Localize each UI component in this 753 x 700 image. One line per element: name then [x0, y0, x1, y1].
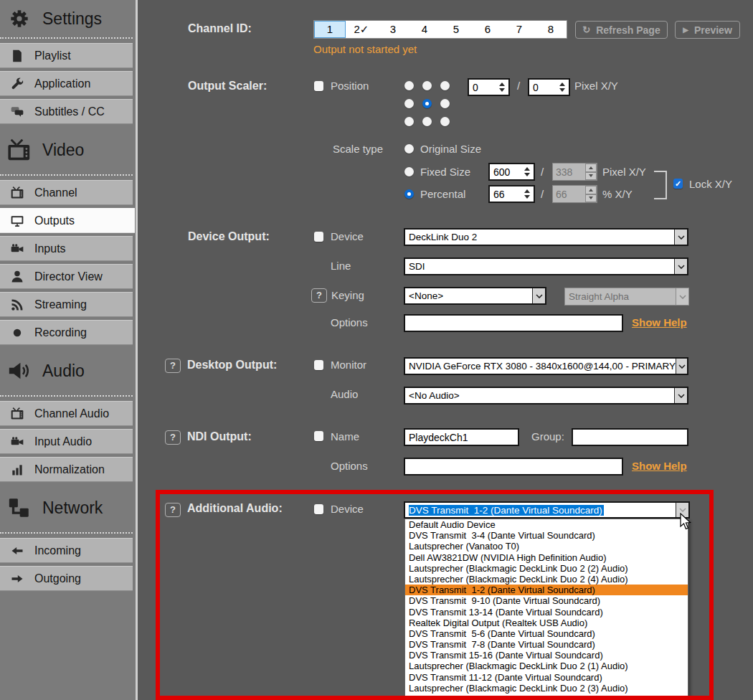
channel-tab-3[interactable]: 3: [377, 21, 409, 38]
desktop-audio-dropdown[interactable]: <No Audio>: [404, 387, 688, 405]
sidebar-item-subtitles-cc[interactable]: Subtitles / CC: [0, 99, 133, 124]
audio-device-option[interactable]: DVS Transmit 15-16 (Dante Virtual Soundc…: [405, 650, 688, 661]
sidebar-item-input-audio[interactable]: Input Audio: [0, 429, 133, 454]
additional-audio-device-checkbox[interactable]: [314, 504, 323, 514]
position-y-spinner[interactable]: 0: [528, 78, 570, 96]
audio-device-option[interactable]: DVS Transmit 13-14 (Dante Virtual Soundc…: [405, 607, 688, 618]
device-checkbox[interactable]: [314, 232, 323, 242]
additional-audio-help-button[interactable]: ?: [165, 503, 181, 517]
arrow-left-icon: [9, 544, 26, 558]
anchor-radio-middle-right[interactable]: [440, 99, 450, 108]
position-checkbox[interactable]: [314, 81, 323, 91]
keying-help-button[interactable]: ?: [311, 288, 327, 303]
device-dropdown[interactable]: DeckLink Duo 2: [404, 228, 688, 246]
ndi-options-input[interactable]: [404, 458, 623, 476]
anchor-radio-top-center[interactable]: [422, 81, 432, 90]
anchor-radio-top-right[interactable]: [440, 81, 450, 90]
audio-device-option[interactable]: Lautsprecher (Blackmagic DeckLink Duo 2 …: [405, 683, 688, 694]
monitor-checkbox[interactable]: [314, 360, 323, 370]
sidebar-item-recording[interactable]: Recording: [0, 320, 133, 345]
refresh-page-label: Refresh Page: [596, 24, 660, 36]
fixed-size-radio[interactable]: [404, 167, 414, 176]
sidebar-item-playlist[interactable]: Playlist: [0, 43, 133, 68]
ndi-options-label: Options: [331, 460, 368, 472]
audio-device-option[interactable]: Lautsprecher (Blackmagic DeckLink Duo 2 …: [405, 563, 688, 574]
audio-device-option[interactable]: Realtek Digital Output (Realtek USB Audi…: [405, 618, 688, 628]
audio-device-option[interactable]: Blackmagic Audio (ASIO): [405, 694, 688, 700]
ndi-name-input[interactable]: [404, 428, 519, 446]
sidebar-item-channel-audio[interactable]: Channel Audio: [0, 401, 133, 426]
person-icon: [9, 270, 26, 284]
anchor-radio-center[interactable]: [422, 99, 432, 108]
channel-tab-7[interactable]: 7: [503, 21, 535, 38]
audio-device-option[interactable]: Lautsprecher (Blackmagic DeckLink Duo 2 …: [405, 574, 688, 585]
anchor-radio-bottom-right[interactable]: [440, 117, 450, 126]
lock-xy-checkbox[interactable]: ✓: [673, 179, 683, 189]
sidebar-item-channel[interactable]: Channel: [0, 180, 133, 205]
sidebar-item-outgoing[interactable]: Outgoing: [0, 566, 133, 591]
percental-label: Percental: [420, 188, 465, 200]
audio-device-option[interactable]: DVS Transmit 11-12 (Dante Virtual Soundc…: [405, 672, 688, 683]
sidebar-item-normalization[interactable]: Normalization: [0, 457, 133, 482]
keying-dropdown[interactable]: <None>: [404, 287, 546, 305]
anchor-radio-top-left[interactable]: [404, 81, 414, 90]
ndi-show-help-link[interactable]: Show Help: [632, 460, 687, 472]
device-options-input[interactable]: [404, 314, 623, 332]
keying-label: Keying: [331, 289, 364, 301]
position-label: Position: [331, 80, 369, 92]
sidebar-item-inputs[interactable]: Inputs: [0, 236, 133, 261]
dotted-separator: [0, 532, 133, 534]
sidebar-item-label: Normalization: [34, 463, 105, 476]
device-show-help-link[interactable]: Show Help: [632, 316, 687, 328]
sidebar-item-outputs[interactable]: Outputs: [0, 208, 135, 233]
ndi-output-help-button[interactable]: ?: [165, 430, 181, 445]
audio-device-option[interactable]: DVS Transmit 1-2 (Dante Virtual Soundcar…: [405, 585, 688, 595]
audio-device-option[interactable]: DVS Transmit 9-10 (Dante Virtual Soundca…: [405, 595, 688, 606]
sidebar-section-audio: Audio: [0, 348, 136, 394]
audio-device-option[interactable]: Lautsprecher (Vanatoo T0): [405, 541, 688, 552]
audio-device-option[interactable]: Lautsprecher (Blackmagic DeckLink Duo 2 …: [405, 661, 688, 671]
channel-tab-8[interactable]: 8: [535, 21, 567, 38]
sidebar-item-incoming[interactable]: Incoming: [0, 538, 133, 563]
monitor-dropdown[interactable]: NVIDIA GeForce RTX 3080 - 3840x1600@144,…: [404, 357, 688, 375]
position-x-spinner[interactable]: 0: [468, 78, 510, 96]
percental-radio[interactable]: [404, 189, 414, 199]
channel-tab-2[interactable]: 2✓: [346, 21, 377, 38]
refresh-page-button[interactable]: ↻ Refresh Page: [575, 21, 668, 39]
audio-device-option[interactable]: DVS Transmit 7-8 (Dante Virtual Soundcar…: [405, 639, 688, 650]
fixed-size-label: Fixed Size: [420, 166, 470, 178]
spinner-arrows[interactable]: [559, 82, 569, 92]
spinner-arrows[interactable]: [499, 82, 508, 92]
original-size-radio[interactable]: [404, 144, 414, 153]
desktop-output-help-button[interactable]: ?: [165, 359, 181, 373]
spinner-arrows[interactable]: [524, 167, 534, 176]
section-header-label: Settings: [42, 9, 102, 29]
audio-device-option[interactable]: Default Audio Device: [405, 519, 688, 530]
percent-x-spinner[interactable]: 66: [488, 185, 535, 203]
channel-tab-4[interactable]: 4: [409, 21, 440, 38]
additional-audio-dropdown[interactable]: DVS Transmit 1-2 (Dante Virtual Soundcar…: [404, 501, 690, 519]
sidebar-item-application[interactable]: Application: [0, 71, 133, 96]
channel-tab-6[interactable]: 6: [472, 21, 503, 38]
ndi-group-input[interactable]: [572, 428, 688, 446]
line-dropdown[interactable]: SDI: [404, 257, 688, 275]
fixed-x-spinner[interactable]: 600: [488, 163, 535, 181]
audio-device-option[interactable]: DVS Transmit 5-6 (Dante Virtual Soundcar…: [405, 628, 688, 639]
monitor-label: Monitor: [331, 359, 366, 371]
anchor-radio-middle-left[interactable]: [404, 99, 414, 108]
spinner-arrows[interactable]: [524, 189, 534, 199]
preview-button[interactable]: ▶ Preview: [675, 21, 740, 39]
ndi-name-checkbox[interactable]: [314, 431, 323, 441]
anchor-radio-bottom-left[interactable]: [404, 117, 414, 126]
audio-device-option[interactable]: Dell AW3821DW (NVIDIA High Definition Au…: [405, 552, 688, 563]
audio-device-option[interactable]: DVS Transmit 3-4 (Dante Virtual Soundcar…: [405, 530, 688, 541]
sidebar-section-video: Video: [0, 127, 136, 173]
spinner-arrows: [585, 164, 597, 180]
channel-tab-1[interactable]: 1: [314, 21, 346, 38]
sidebar-item-streaming[interactable]: Streaming: [0, 292, 133, 317]
channel-tab-5[interactable]: 5: [440, 21, 472, 38]
device-dropdown-value: DeckLink Duo 2: [409, 232, 477, 242]
anchor-radio-bottom-center[interactable]: [422, 117, 432, 126]
sidebar-item-director-view[interactable]: Director View: [0, 264, 133, 289]
keying-mode-dropdown-disabled: Straight Alpha: [564, 288, 689, 306]
